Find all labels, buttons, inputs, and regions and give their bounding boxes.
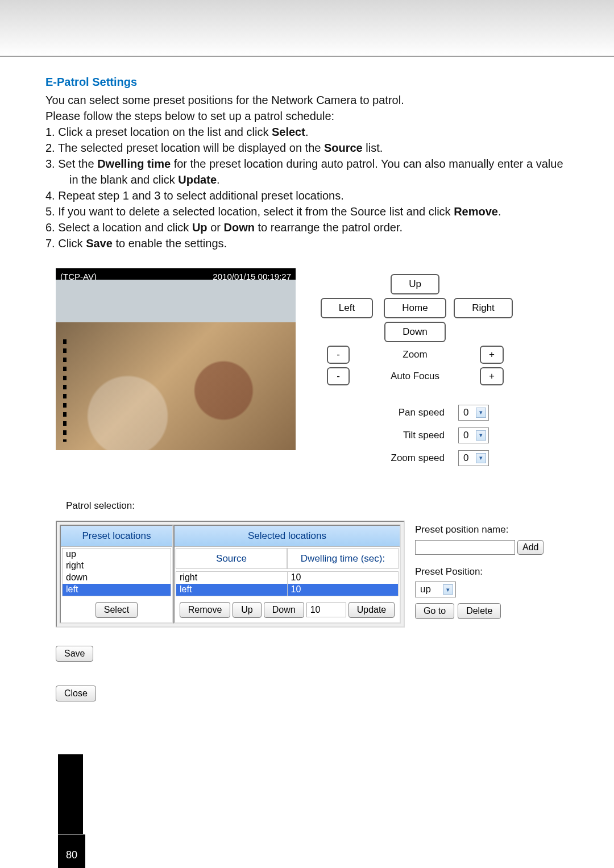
list-item[interactable]: 10 (288, 584, 399, 596)
zoom-plus-button[interactable]: + (480, 346, 504, 364)
camera-preview: (TCP-AV) 2010/01/15 00:19:27 (56, 268, 296, 450)
list-item[interactable]: left (63, 584, 171, 596)
preset-locations-list[interactable]: up right down left (62, 548, 171, 596)
preset-position-name-input[interactable] (415, 540, 515, 555)
focus-plus-button[interactable]: + (480, 367, 504, 385)
step-3-cont: in the blank and click Update. (45, 172, 574, 188)
header-band (0, 0, 614, 57)
dwell-list[interactable]: 10 10 (288, 572, 399, 596)
step-2: 2. The selected preset location will be … (45, 140, 574, 156)
preset-locations-column: Preset locations up right down left Sele… (60, 525, 173, 624)
chevron-down-icon: ▾ (476, 453, 486, 463)
zoom-speed-label: Zoom speed (354, 451, 445, 465)
move-down-button[interactable]: Down (264, 602, 304, 618)
remove-button[interactable]: Remove (180, 602, 231, 618)
ptz-home-button[interactable]: Home (384, 298, 446, 318)
pan-speed-label: Pan speed (354, 406, 445, 420)
list-item[interactable]: down (63, 572, 171, 584)
move-up-button[interactable]: Up (233, 602, 261, 618)
intro-line-2: Please follow the steps below to set up … (45, 108, 574, 124)
intro-line-1: You can select some preset positions for… (45, 92, 574, 108)
step-4: 4. Repeat step 1 and 3 to select additio… (45, 188, 574, 203)
tilt-speed-label: Tilt speed (354, 429, 445, 442)
step-5: 5. If you want to delete a selected loca… (45, 203, 574, 219)
step-7: 7. Click Save to enable the settings. (45, 235, 574, 251)
ptz-right-button[interactable]: Right (454, 298, 513, 318)
list-item[interactable]: left (176, 584, 287, 596)
tilt-speed-select[interactable]: 0▾ (458, 427, 489, 443)
preset-locations-header: Preset locations (61, 526, 172, 547)
patrol-selection-label: Patrol selection: (66, 499, 574, 513)
preset-position-column: Preset position name: Add Preset Positio… (415, 521, 540, 620)
zoom-speed-select[interactable]: 0▾ (458, 450, 489, 466)
source-header: Source (176, 548, 287, 570)
select-button[interactable]: Select (96, 602, 138, 618)
patrol-panel: Preset locations up right down left Sele… (56, 521, 405, 628)
autofocus-label: Auto Focus (364, 369, 466, 383)
preset-position-select[interactable]: up▾ (415, 582, 456, 597)
chevron-down-icon: ▾ (476, 408, 486, 418)
zoom-minus-button[interactable]: - (327, 346, 350, 364)
goto-button[interactable]: Go to (415, 603, 454, 619)
step-1: 1. Click a preset location on the list a… (45, 124, 574, 140)
page-number: 80 (58, 834, 85, 868)
dwell-header: Dwelling time (sec): (287, 548, 399, 570)
preset-position-name-label: Preset position name: (415, 523, 540, 537)
section-title: E-Patrol Settings (45, 74, 574, 90)
pan-speed-select[interactable]: 0▾ (458, 405, 489, 421)
add-button[interactable]: Add (517, 540, 544, 555)
camera-image (56, 280, 296, 450)
selected-locations-header: Selected locations (175, 526, 400, 547)
step-6: 6. Select a location and click Up or Dow… (45, 219, 574, 235)
chevron-down-icon: ▾ (443, 584, 453, 595)
save-button[interactable]: Save (56, 646, 93, 662)
close-button[interactable]: Close (56, 686, 96, 701)
chevron-down-icon: ▾ (476, 430, 486, 441)
zoom-label: Zoom (364, 348, 466, 362)
ptz-down-button[interactable]: Down (384, 322, 445, 342)
ptz-up-button[interactable]: Up (391, 274, 439, 294)
delete-button[interactable]: Delete (458, 603, 501, 619)
selected-locations-column: Selected locations Source Dwelling time … (173, 525, 401, 624)
update-button[interactable]: Update (349, 602, 395, 618)
list-item[interactable]: 10 (288, 572, 399, 584)
ptz-left-button[interactable]: Left (321, 298, 373, 318)
focus-minus-button[interactable]: - (327, 367, 350, 385)
ptz-panel: Up Left Home Right Down - Zoom + (313, 268, 517, 470)
step-3: 3. Set the Dwelling time for the preset … (45, 156, 574, 172)
preset-position-label: Preset Position: (415, 565, 540, 579)
list-item[interactable]: up (63, 549, 171, 560)
side-tab (58, 754, 83, 834)
list-item[interactable]: right (176, 572, 287, 584)
list-item[interactable]: right (63, 560, 171, 572)
dwell-input[interactable] (306, 603, 346, 617)
source-list[interactable]: right left (176, 572, 288, 596)
